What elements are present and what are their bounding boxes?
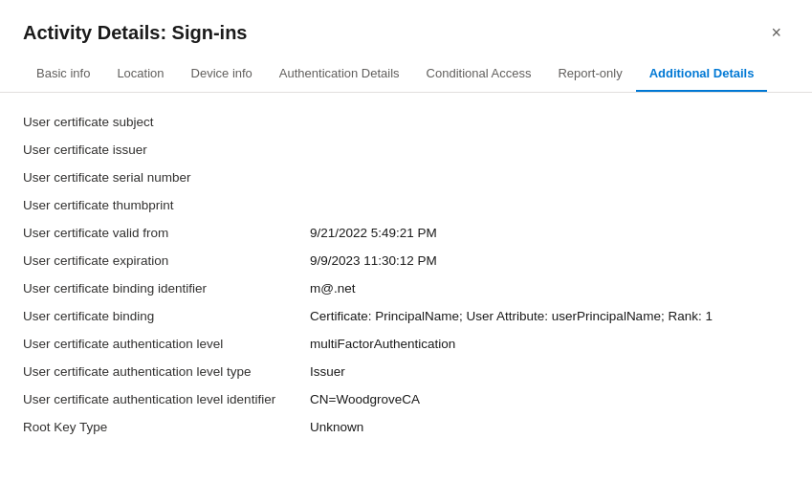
detail-value: 9/21/2022 5:49:21 PM (310, 226, 789, 240)
detail-label: User certificate binding identifier (23, 281, 310, 296)
detail-label: User certificate issuer (23, 142, 310, 157)
tab-device-info[interactable]: Device info (178, 56, 266, 92)
panel-header: Activity Details: Sign-ins × (0, 0, 812, 56)
detail-label: User certificate serial number (23, 170, 310, 185)
detail-value: Certificate: PrincipalName; User Attribu… (310, 309, 789, 323)
table-row: User certificate thumbprint (23, 191, 789, 219)
table-row: User certificate subject (23, 108, 789, 136)
content-area: User certificate subjectUser certificate… (0, 93, 812, 504)
tab-report-only[interactable]: Report-only (544, 56, 635, 92)
table-row: User certificate bindingCertificate: Pri… (23, 302, 789, 330)
tab-location[interactable]: Location (103, 56, 177, 92)
table-row: User certificate serial number (23, 164, 789, 191)
detail-label: Root Key Type (23, 420, 310, 434)
tab-conditional-access[interactable]: Conditional Access (413, 56, 545, 92)
detail-label: User certificate expiration (23, 253, 310, 268)
detail-value: Issuer (310, 364, 789, 379)
table-row: User certificate binding identifierm@.ne… (23, 274, 789, 302)
table-row: User certificate valid from9/21/2022 5:4… (23, 219, 789, 247)
panel-title: Activity Details: Sign-ins (23, 22, 248, 44)
table-row: User certificate issuer (23, 136, 789, 164)
detail-label: User certificate subject (23, 115, 310, 129)
close-button[interactable]: × (763, 19, 789, 47)
tab-bar: Basic infoLocationDevice infoAuthenticat… (0, 56, 812, 93)
tab-basic-info[interactable]: Basic info (23, 56, 103, 92)
activity-details-panel: Activity Details: Sign-ins × Basic infoL… (0, 0, 812, 504)
detail-label: User certificate thumbprint (23, 198, 310, 212)
detail-label: User certificate authentication level (23, 337, 310, 351)
detail-label: User certificate binding (23, 309, 310, 323)
table-row: Root Key TypeUnknown (23, 413, 789, 441)
detail-value: 9/9/2023 11:30:12 PM (310, 253, 789, 268)
detail-value: m@.net (310, 281, 789, 296)
detail-value: Unknown (310, 420, 789, 434)
table-row: User certificate expiration9/9/2023 11:3… (23, 247, 789, 274)
table-row: User certificate authentication levelmul… (23, 330, 789, 358)
detail-value: CN=WoodgroveCA (310, 392, 789, 406)
table-row: User certificate authentication level id… (23, 385, 789, 413)
tab-authentication-details[interactable]: Authentication Details (266, 56, 413, 92)
table-row: User certificate authentication level ty… (23, 358, 789, 385)
detail-label: User certificate authentication level id… (23, 392, 310, 406)
detail-label: User certificate authentication level ty… (23, 364, 310, 379)
tab-additional-details[interactable]: Additional Details (636, 56, 768, 92)
detail-label: User certificate valid from (23, 226, 310, 240)
detail-value: multiFactorAuthentication (310, 337, 789, 351)
